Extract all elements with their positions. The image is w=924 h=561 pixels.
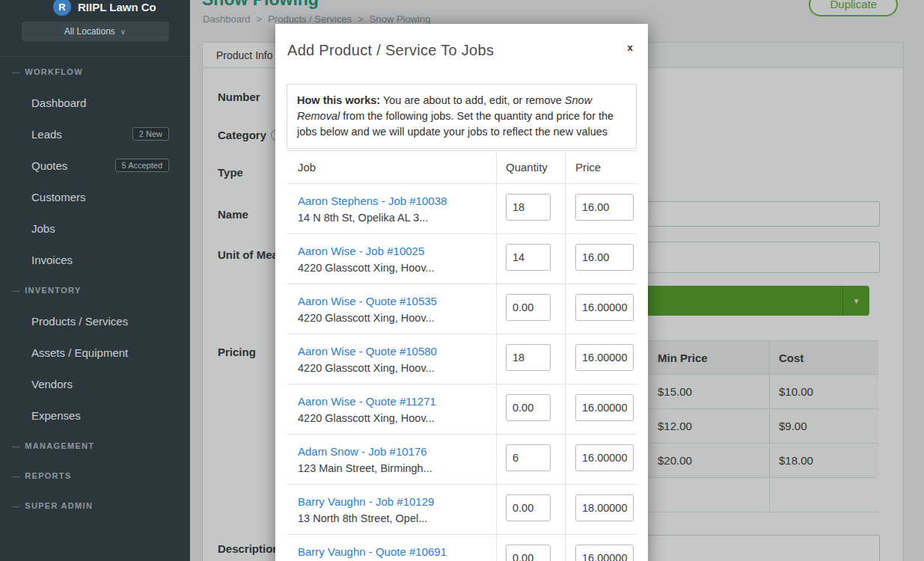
sidebar-item-jobs[interactable]: Jobs: [0, 212, 190, 244]
nav-item-label: Products / Services: [31, 315, 128, 328]
company-name: RIIPL Lawn Co: [78, 1, 156, 13]
modal-title: Add Product / Service To Jobs: [287, 39, 636, 61]
quantity-cell: [496, 184, 565, 233]
job-cell: Aaron Wise - Job #10025 4220 Glasscott X…: [287, 234, 496, 283]
location-selector-label: All Locations: [64, 26, 115, 37]
job-link[interactable]: Aaron Wise - Quote #10580: [298, 345, 489, 358]
quantity-cell: [496, 485, 565, 534]
job-cell: Barry Vaughn - Job #10129 13 North 8th S…: [287, 485, 496, 534]
quantity-input[interactable]: [506, 244, 551, 271]
jobs-table-header: Job Quantity Price: [287, 151, 637, 184]
nav-item-label: Leads: [31, 128, 62, 141]
quantity-cell: [496, 234, 565, 283]
quantity-input[interactable]: [506, 494, 551, 521]
price-input[interactable]: [575, 244, 634, 271]
quantity-input[interactable]: [506, 444, 551, 471]
quotes-badge: 5 Accepted: [115, 159, 169, 172]
sidebar-item-dashboard[interactable]: Dashboard: [0, 87, 190, 118]
how-it-works-note: How this works: You are about to add, ed…: [287, 84, 637, 149]
sidebar-item-assets-equipment[interactable]: Assets / Equipment: [0, 337, 190, 368]
nav-section-super-admin[interactable]: –– SUPER ADMIN: [0, 491, 190, 521]
job-link[interactable]: Adam Snow - Job #10176: [298, 445, 489, 458]
sidebar-item-vendors[interactable]: Vendors: [0, 368, 190, 399]
nav-section-workflow[interactable]: –– WORKFLOW: [0, 57, 190, 87]
price-input[interactable]: [575, 394, 634, 421]
nav-section-reports[interactable]: –– REPORTS: [0, 461, 190, 491]
quantity-input[interactable]: [506, 545, 551, 561]
how-it-works-text2: from the following jobs. Set the quantit…: [297, 110, 614, 138]
price-cell: [565, 334, 637, 384]
job-address: 14 N 8th St, Opelika AL 3...: [298, 212, 489, 224]
section-dash-icon: ––: [12, 441, 18, 450]
price-cell: [565, 485, 637, 534]
location-selector[interactable]: All Locations ∨: [22, 22, 169, 41]
job-cell: Aaron Stephens - Job #10038 14 N 8th St,…: [287, 184, 496, 233]
price-input[interactable]: [575, 494, 634, 521]
price-cell: [565, 435, 637, 484]
quantity-input[interactable]: [506, 394, 551, 421]
job-link[interactable]: Barry Vaughn - Quote #10691: [298, 545, 489, 558]
job-link[interactable]: Aaron Wise - Quote #11271: [298, 395, 489, 408]
quantity-input[interactable]: [506, 344, 551, 371]
job-link[interactable]: Aaron Wise - Quote #10535: [298, 295, 489, 307]
app-logo[interactable]: R RIIPL Lawn Co: [0, 0, 190, 19]
sidebar-item-customers[interactable]: Customers: [0, 181, 190, 212]
sidebar-item-quotes[interactable]: Quotes 5 Accepted: [0, 150, 190, 181]
sidebar-item-invoices[interactable]: Invoices: [0, 244, 190, 275]
nav-section-inventory[interactable]: –– INVENTORY: [0, 275, 190, 305]
nav-section-label: REPORTS: [25, 471, 71, 480]
add-product-service-modal: Add Product / Service To Jobs x How this…: [275, 24, 648, 561]
job-cell: Aaron Wise - Quote #10535 4220 Glasscott…: [287, 284, 496, 334]
sidebar-item-products-services[interactable]: Products / Services: [0, 305, 190, 337]
quantity-cell: [496, 334, 565, 384]
job-link[interactable]: Aaron Stephens - Job #10038: [298, 194, 489, 207]
price-input[interactable]: [575, 545, 634, 561]
job-link[interactable]: Barry Vaughn - Job #10129: [298, 495, 489, 508]
sidebar: R RIIPL Lawn Co All Locations ∨ –– WORKF…: [0, 0, 190, 561]
price-column-header: Price: [565, 151, 637, 183]
job-address: 123 Main Street, Birmingh...: [298, 462, 489, 474]
job-address: 4220 Glasscott Xing, Hoov...: [298, 362, 489, 374]
leads-badge: 2 New: [132, 127, 169, 141]
nav-item-label: Vendors: [31, 378, 73, 390]
sidebar-item-expenses[interactable]: Expenses: [0, 399, 190, 431]
nav-item-label: Quotes: [31, 159, 67, 172]
job-address: 4220 Glasscott Xing, Hoov...: [298, 312, 489, 324]
nav-item-label: Expenses: [31, 409, 81, 422]
price-cell: [565, 384, 637, 434]
section-dash-icon: ––: [12, 471, 18, 480]
price-input[interactable]: [575, 194, 634, 221]
job-row: Barry Vaughn - Job #10129 13 North 8th S…: [287, 485, 637, 535]
job-address: 13 North 8th Street, Opel...: [298, 512, 489, 524]
nav-section-management[interactable]: –– MANAGEMENT: [0, 431, 190, 461]
nav-section-label: MANAGEMENT: [25, 441, 94, 450]
sidebar-item-leads[interactable]: Leads 2 New: [0, 118, 190, 150]
job-row: Aaron Wise - Quote #11271 4220 Glasscott…: [287, 384, 637, 435]
nav-section-label: SUPER ADMIN: [25, 501, 93, 510]
quantity-input[interactable]: [506, 294, 551, 321]
section-dash-icon: ––: [12, 67, 18, 76]
nav-section-label: WORKFLOW: [25, 67, 83, 76]
price-input[interactable]: [575, 294, 634, 321]
job-address: 4220 Glasscott Xing, Hoov...: [298, 262, 489, 274]
price-input[interactable]: [575, 344, 634, 371]
job-row: Aaron Stephens - Job #10038 14 N 8th St,…: [287, 184, 637, 234]
price-cell: [565, 284, 637, 334]
close-icon[interactable]: x: [624, 42, 636, 53]
quantity-cell: [496, 284, 565, 334]
job-row: Barry Vaughn - Quote #10691 13 North 8th…: [287, 535, 637, 561]
price-input[interactable]: [575, 444, 634, 471]
nav-item-label: Customers: [31, 191, 86, 203]
quantity-input[interactable]: [506, 194, 551, 221]
nav-item-label: Dashboard: [31, 96, 86, 109]
quantity-cell: [496, 435, 565, 484]
nav-item-label: Jobs: [31, 222, 55, 235]
quantity-column-header: Quantity: [496, 151, 565, 183]
nav-item-label: Invoices: [31, 254, 73, 266]
job-cell: Adam Snow - Job #10176 123 Main Street, …: [287, 435, 496, 484]
job-column-header: Job: [287, 151, 496, 183]
job-link[interactable]: Aaron Wise - Job #10025: [298, 245, 489, 257]
quantity-cell: [496, 535, 565, 561]
job-cell: Barry Vaughn - Quote #10691 13 North 8th…: [287, 535, 496, 561]
price-cell: [565, 535, 637, 561]
